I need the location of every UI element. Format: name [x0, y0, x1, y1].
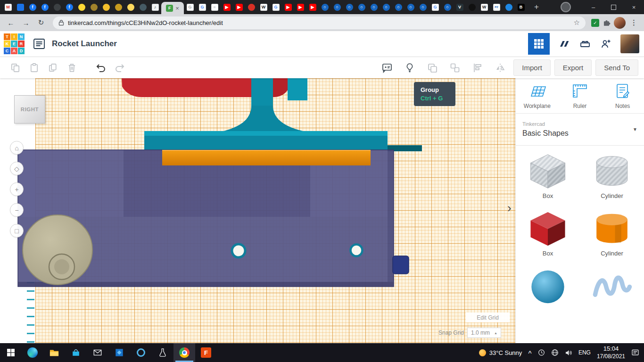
browser-tab[interactable]: ○ [331, 0, 343, 14]
codeblocks-icon[interactable] [558, 38, 570, 49]
browser-avatar[interactable] [614, 17, 626, 29]
view-cube[interactable]: RIGHT [14, 95, 45, 123]
export-button[interactable]: Export [554, 59, 592, 76]
browser-tab[interactable]: G [196, 0, 208, 14]
taskbar-mail-icon[interactable] [87, 343, 108, 362]
browser-tab-active[interactable]: F× [161, 2, 184, 14]
browser-tab[interactable] [124, 0, 137, 14]
shape-category-dropdown[interactable]: Tinkercad Basic Shapes ▼ [516, 114, 644, 146]
browser-tab[interactable]: W [478, 0, 490, 14]
browser-tab[interactable]: ○ [417, 0, 429, 14]
edit-grid-button[interactable]: Edit Grid [466, 313, 510, 322]
browser-tab[interactable]: G [429, 0, 441, 14]
language-indicator[interactable]: ENG [578, 349, 591, 356]
browser-tab[interactable]: ≡ [208, 0, 221, 14]
taskbar-photos-icon[interactable] [108, 343, 130, 362]
tray-expand-icon[interactable]: ^ [528, 349, 532, 356]
shape-hole-box[interactable]: Box [516, 152, 580, 199]
new-tab-button[interactable]: + [531, 2, 542, 12]
browser-tab[interactable]: W [257, 0, 270, 14]
browser-tab[interactable]: PZ [490, 0, 503, 14]
import-button[interactable]: Import [513, 59, 551, 76]
browser-tab[interactable]: ○ [380, 0, 392, 14]
zoom-out-button[interactable]: − [10, 203, 24, 217]
mirror-button[interactable] [491, 58, 510, 77]
extension-check-icon[interactable]: ✓ [591, 19, 599, 27]
extensions-puzzle-icon[interactable] [602, 18, 611, 27]
notification-center-icon[interactable] [631, 349, 639, 356]
browser-tab[interactable]: ▶ [221, 0, 233, 14]
browser-tab[interactable]: M [2, 0, 14, 14]
browser-tab[interactable] [503, 0, 515, 14]
browser-tab[interactable]: B [515, 0, 527, 14]
taskbar-browser-ring-icon[interactable] [130, 343, 152, 362]
send-to-button[interactable]: Send To [595, 59, 638, 76]
window-maximize-button[interactable] [603, 0, 624, 14]
browser-tab[interactable]: f [26, 0, 39, 14]
browser-tab[interactable]: ♪ [149, 0, 161, 14]
browser-tab[interactable]: G [184, 0, 196, 14]
taskbar-chrome-icon[interactable] [173, 343, 195, 362]
browser-tab[interactable] [112, 0, 124, 14]
browser-tab[interactable]: ○ [355, 0, 368, 14]
browser-tab[interactable] [88, 0, 100, 14]
browser-tab[interactable]: ○ [392, 0, 405, 14]
browser-tab[interactable] [100, 0, 112, 14]
back-button[interactable]: ← [5, 16, 17, 29]
shape-hole-cylinder[interactable]: Cylinder [580, 152, 644, 199]
browser-tab[interactable]: ▶ [233, 0, 245, 14]
taskbar-autodesk-f-icon[interactable]: F [195, 343, 217, 362]
paste-button[interactable] [25, 58, 43, 77]
tinkercad-logo[interactable]: TINKERCAD [4, 33, 25, 54]
taskbar-clock[interactable]: 15:04 17/08/2021 [597, 345, 625, 360]
bookmark-star-icon[interactable]: ☆ [574, 18, 580, 27]
browser-tab[interactable] [466, 0, 478, 14]
browser-tab[interactable]: ○ [441, 0, 454, 14]
browser-menu-icon[interactable]: ⋮ [628, 18, 639, 27]
perspective-toggle-button[interactable]: □ [10, 224, 24, 238]
browser-tab[interactable]: ○ [405, 0, 417, 14]
undo-button[interactable] [91, 58, 110, 77]
align-button[interactable] [468, 58, 487, 77]
ungroup-button[interactable] [446, 58, 464, 77]
clock-tray-icon[interactable] [538, 349, 545, 356]
volume-tray-icon[interactable] [565, 349, 572, 356]
window-minimize-button[interactable]: – [583, 0, 603, 14]
browser-tab[interactable]: ○ [368, 0, 380, 14]
reload-button[interactable]: ↻ [35, 16, 47, 29]
ruler-tool[interactable]: Ruler [559, 83, 602, 109]
browser-profile-icon[interactable] [561, 2, 571, 12]
shape-sphere[interactable] [516, 267, 580, 307]
user-avatar[interactable] [620, 34, 639, 53]
tab-close-icon[interactable]: × [175, 5, 179, 11]
browser-tab[interactable] [14, 0, 26, 14]
design-menu-icon[interactable] [33, 38, 45, 49]
invite-person-icon[interactable] [600, 38, 612, 49]
browser-tab[interactable]: ▶ [294, 0, 306, 14]
grid-view-button[interactable] [528, 33, 550, 55]
browser-tab[interactable] [75, 0, 88, 14]
browser-tab[interactable] [137, 0, 149, 14]
browser-tab[interactable]: G [270, 0, 282, 14]
fit-view-button[interactable]: ◇ [10, 162, 24, 175]
browser-tab[interactable] [51, 0, 63, 14]
taskbar-store-icon[interactable] [65, 343, 87, 362]
browser-tab[interactable]: f [63, 0, 75, 14]
redo-button[interactable] [110, 58, 129, 77]
forward-button[interactable]: → [20, 16, 32, 29]
copy-button[interactable] [6, 58, 25, 77]
browser-tab[interactable]: ▶ [282, 0, 294, 14]
browser-tab[interactable] [245, 0, 257, 14]
taskbar-edge-icon[interactable] [22, 343, 43, 362]
bricks-icon[interactable] [579, 38, 591, 49]
shape-cylinder[interactable]: Cylinder [580, 210, 644, 257]
taskbar-flask-icon[interactable] [152, 343, 173, 362]
workplane-tool[interactable]: Workplane [516, 83, 559, 109]
snap-grid-dropdown[interactable]: 1.0 mm ▲ [467, 328, 501, 338]
notes-comment-button[interactable] [378, 58, 396, 77]
window-close-button[interactable]: × [624, 0, 644, 14]
shape-scribble[interactable] [580, 267, 644, 307]
group-button[interactable] [423, 58, 442, 77]
home-view-button[interactable]: ⌂ [10, 141, 24, 155]
taskbar-start-button[interactable] [0, 343, 22, 362]
